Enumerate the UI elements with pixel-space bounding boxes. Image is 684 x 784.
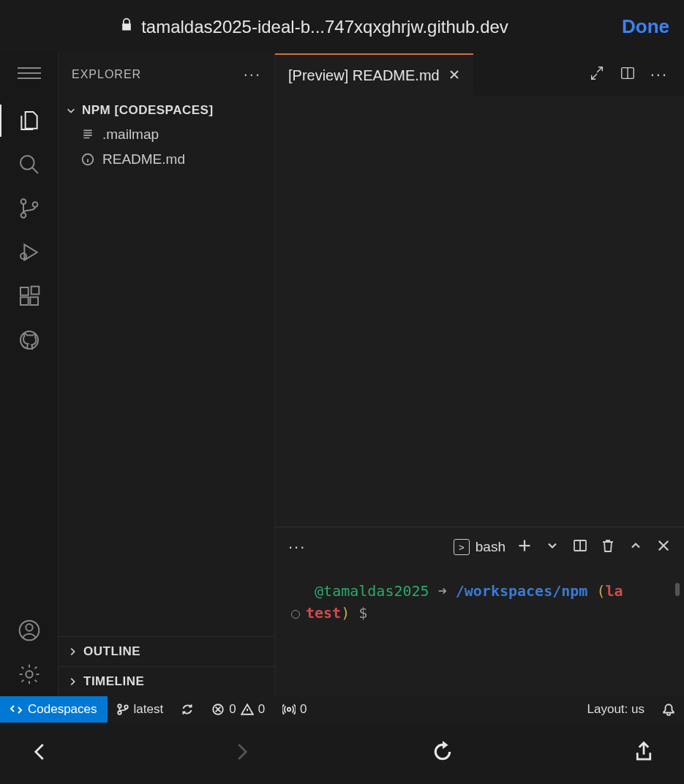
activity-settings[interactable] [0,652,59,696]
status-layout[interactable]: Layout: us [579,702,653,717]
terminal-more-icon[interactable]: ··· [288,538,306,557]
extensions-icon [18,284,41,308]
paren-close: ) [341,604,350,622]
svg-point-15 [118,704,121,708]
activity-account[interactable] [0,608,59,652]
svg-rect-6 [30,297,38,305]
branch-name: latest [134,702,164,717]
tree-root[interactable]: NPM [CODESPACES] [59,99,274,122]
activity-search[interactable] [0,143,59,186]
outline-section[interactable]: OUTLINE [59,636,274,666]
activity-extensions[interactable] [0,274,59,318]
chevron-right-icon [67,676,78,687]
svg-point-10 [26,624,32,630]
warning-count: 0 [258,702,265,717]
error-icon [211,703,225,716]
activity-bar [0,53,59,696]
svg-point-3 [32,202,37,207]
paren-open: ( [596,582,605,600]
mobile-nav [0,723,684,784]
terminal-body[interactable]: @tamaldas2025 ➜ /workspaces/npm (la test… [275,567,684,696]
explorer-header: EXPLORER ··· [59,53,274,96]
open-changes-icon[interactable] [589,65,605,84]
browser-chrome: tamaldas2025-ideal-b...747xqxghrjw.githu… [0,0,684,53]
file-readme[interactable]: README.md [59,147,274,172]
branch-icon [18,197,41,220]
svg-point-1 [20,199,26,204]
status-ports[interactable]: 0 [274,702,315,717]
svg-point-11 [26,671,32,677]
tabs-bar: [Preview] README.md ··· [275,53,684,96]
nav-refresh-button[interactable] [432,741,454,766]
root-label: NPM [CODESPACES] [82,103,214,118]
git-branch-icon [116,703,129,716]
close-panel-icon[interactable] [656,538,671,556]
terminal-scrollbar[interactable] [675,583,680,596]
account-icon [18,619,41,642]
terminal-box-icon: > [454,539,470,555]
maximize-panel-icon[interactable] [628,538,643,556]
terminal-header: ··· > bash [275,527,684,567]
tab-readme-preview[interactable]: [Preview] README.md [275,53,473,96]
close-tab-button[interactable] [448,67,460,84]
split-terminal-icon[interactable] [573,538,587,556]
broadcast-icon [282,703,296,716]
status-problems[interactable]: 0 0 [203,702,274,717]
file-mailmap[interactable]: .mailmap [59,122,274,147]
lock-icon [119,17,134,37]
search-icon [18,153,41,176]
warning-icon [241,703,254,716]
terminal-branch-part2: test [306,604,341,622]
terminal-path: /workspaces/npm [456,582,588,600]
info-file-icon [80,152,95,167]
activity-github[interactable] [0,318,59,362]
status-notifications[interactable] [653,703,684,716]
url-text: tamaldas2025-ideal-b...747xqxghrjw.githu… [141,17,508,37]
split-editor-icon[interactable] [620,65,636,84]
outline-label: OUTLINE [83,644,140,659]
editor-more-icon[interactable]: ··· [650,65,668,84]
menu-button[interactable] [18,64,41,83]
ide-root: EXPLORER ··· NPM [CODESPACES] .mailmap R… [0,53,684,696]
terminal-panel: ··· > bash @tamaldas2025 [275,527,684,696]
activity-source-control[interactable] [0,186,59,230]
svg-rect-5 [20,297,29,305]
sync-icon [181,703,194,716]
codespaces-label: Codespaces [28,702,97,717]
svg-point-19 [287,708,291,712]
svg-point-2 [20,213,26,218]
terminal-shell-selector[interactable]: > bash [454,539,506,555]
terminal-prompt: $ [358,604,367,622]
status-codespaces[interactable]: Codespaces [0,696,108,723]
shell-name: bash [476,539,506,555]
remote-icon [10,704,22,715]
status-sync[interactable] [172,703,203,716]
github-icon [18,328,41,352]
timeline-section[interactable]: TIMELINE [59,666,274,696]
file-name: .mailmap [102,127,159,143]
terminal-user: @tamaldas2025 [315,582,429,600]
text-file-icon [80,127,95,142]
files-icon [18,109,41,132]
done-button[interactable]: Done [622,15,669,38]
nav-back-button[interactable] [29,741,51,766]
terminal-dropdown-icon[interactable] [545,538,560,556]
nav-share-button[interactable] [633,741,655,766]
svg-point-17 [124,705,128,709]
status-branch[interactable]: latest [108,702,173,717]
play-bug-icon [18,241,41,264]
kill-terminal-icon[interactable] [601,538,615,556]
layout-label: Layout: us [587,702,644,717]
nav-forward-button[interactable] [230,741,252,766]
explorer-more-icon[interactable]: ··· [244,65,261,84]
preview-body[interactable] [275,96,684,527]
new-terminal-button[interactable] [517,538,532,556]
status-bar: Codespaces latest 0 0 0 Layout: us [0,696,684,723]
activity-explorer[interactable] [0,99,59,143]
editor-actions: ··· [573,65,684,84]
file-tree: NPM [CODESPACES] .mailmap README.md [59,96,274,175]
activity-run-debug[interactable] [0,230,59,274]
terminal-status-circle-icon [291,610,300,619]
chevron-right-icon [67,647,78,657]
address-bar[interactable]: tamaldas2025-ideal-b...747xqxghrjw.githu… [15,17,613,37]
